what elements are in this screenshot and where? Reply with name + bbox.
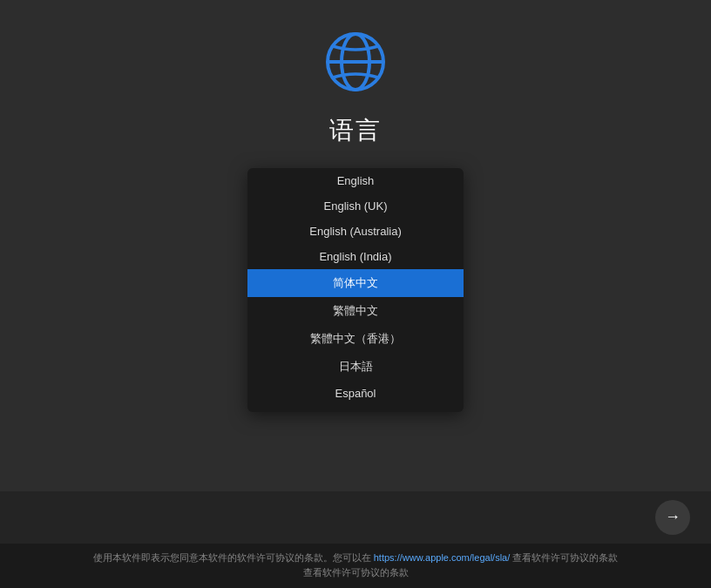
language-item-spanish[interactable]: Español [247, 381, 464, 406]
language-item-traditional-chinese[interactable]: 繁體中文 [247, 297, 464, 325]
footer-text: 使用本软件即表示您同意本软件的软件许可协议的条款。您可以在 https://ww… [14, 551, 697, 581]
next-button[interactable]: → [655, 500, 690, 535]
globe-icon [321, 27, 390, 97]
bottom-bar: → [0, 491, 711, 544]
language-item-english-india[interactable]: English (India) [247, 244, 464, 269]
language-list[interactable]: EnglishEnglish (UK)English (Australia)En… [247, 168, 464, 412]
footer-link[interactable]: https://www.apple.com/legal/sla/ [374, 552, 511, 563]
page-title: 语言 [329, 114, 382, 147]
language-item-english[interactable]: English [247, 168, 464, 193]
language-item-english-australia[interactable]: English (Australia) [247, 219, 464, 244]
language-item-simplified-chinese[interactable]: 简体中文 [247, 269, 464, 297]
language-item-spanish-latin[interactable]: Español (Latinoamérica) [247, 406, 464, 412]
footer-text-bar: 使用本软件即表示您同意本软件的软件许可协议的条款。您可以在 https://ww… [0, 544, 711, 588]
footer-line2: 查看软件许可协议的条款 [303, 567, 409, 578]
main-content: 语言 EnglishEnglish (UK)English (Australia… [0, 0, 711, 491]
language-item-traditional-chinese-hk[interactable]: 繁體中文（香港） [247, 325, 464, 353]
footer-line1: 使用本软件即表示您同意本软件的软件许可协议的条款。您可以在 https://ww… [93, 552, 619, 563]
language-list-container: EnglishEnglish (UK)English (Australia)En… [247, 168, 464, 412]
language-item-english-uk[interactable]: English (UK) [247, 193, 464, 219]
language-item-japanese[interactable]: 日本語 [247, 353, 464, 381]
